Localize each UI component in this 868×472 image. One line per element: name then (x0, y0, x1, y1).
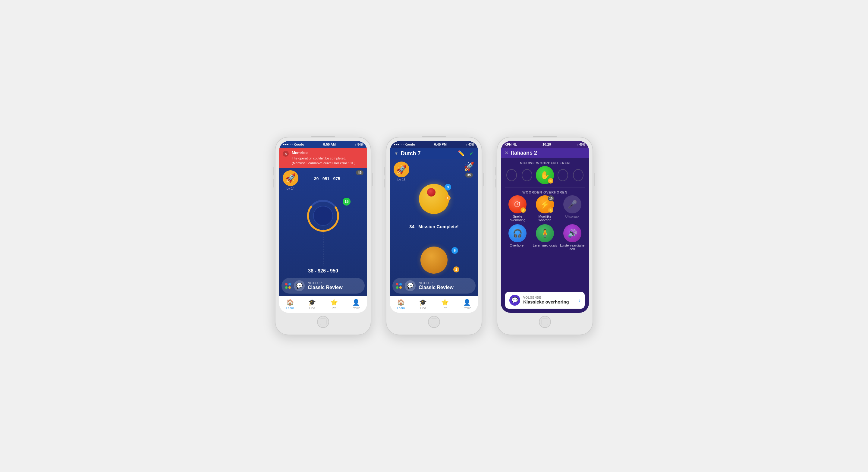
review-icon-1: 💬 (294, 280, 305, 291)
ghost-avatar-1 (506, 169, 517, 181)
map-area-1: 15 38 - 926 - 950 (279, 190, 367, 278)
dot-red-2 (396, 283, 398, 285)
error-message: The operation couldn't be completed. (Me… (292, 156, 364, 165)
dot-green-2 (396, 286, 398, 289)
next-up-title-1: Classic Review (308, 285, 361, 290)
lv-badge: 🚀 Lv 14 (283, 170, 299, 190)
power-2[interactable] (483, 173, 484, 186)
leren-met-locals-button[interactable]: 🧍 (536, 224, 554, 242)
home-button-3[interactable] (539, 316, 551, 328)
bottom-nav-1: 🏠 Learn 🎓 Find ⭐ Pro 👤 Profile (279, 296, 367, 313)
snelle-overhoring-button[interactable]: ⏱ ⭐ (508, 195, 527, 213)
ghost-avatar-2 (522, 169, 532, 181)
planet-orange-big (421, 247, 447, 274)
uitspraak-button[interactable]: 🎤 (563, 195, 581, 213)
profile-icon-1: 👤 (352, 299, 360, 306)
star-badge-moeilijke: ⭐ (548, 208, 553, 213)
nav-find-1[interactable]: 🎓 Find (303, 299, 321, 310)
progress-dot: 15 (343, 198, 350, 206)
vol-down-2[interactable] (384, 179, 385, 187)
overhoren-label: Overhoren (510, 244, 525, 247)
dot-blue-2 (399, 283, 402, 285)
level-text-2: Lv 13 (398, 178, 406, 182)
overhoren-button[interactable]: 🎧 (508, 224, 527, 242)
avatar-2: 🚀 (394, 162, 409, 177)
profile-icon-2: 👤 (463, 299, 471, 306)
volgende-label: VOLGENDE (523, 296, 576, 299)
nav-learn-1[interactable]: 🏠 Learn (281, 299, 299, 310)
chevron-down-icon[interactable]: ▼ (394, 151, 398, 156)
nav-learn-2[interactable]: 🏠 Learn (392, 299, 410, 310)
vol-up-3[interactable] (495, 167, 496, 176)
check-icon[interactable]: ✓ (469, 150, 474, 157)
planet-system: 3 1 34 - Mission Complete! 6 2 (390, 182, 478, 278)
volume-down-button[interactable] (273, 179, 274, 187)
next-up-bar-2[interactable]: 💬 NEXT UP Classic Review (393, 278, 475, 293)
phone-1-screen: ●●●○○ Koodo 8:55 AM ↑ 84% ✕ Memrise The … (279, 141, 367, 313)
phone2-main: 🚀 Lv 13 🚀 35 3 (390, 159, 478, 296)
nieuwe-row: ✋ ⭐ (505, 166, 585, 184)
next-up-bar-1[interactable]: 💬 NEXT UP Classic Review (281, 278, 365, 293)
snelle-label: Snelle overhoring (505, 215, 530, 222)
dot-green (285, 286, 287, 289)
power-3[interactable] (594, 173, 595, 186)
nav-pro-label-1: Pro (332, 307, 337, 310)
nav-profile-1[interactable]: 👤 Profile (347, 299, 365, 310)
home-icon-1: 🏠 (286, 299, 294, 306)
edit-icon[interactable]: ✏️ (458, 150, 464, 157)
phone-speaker (311, 136, 335, 137)
carrier-1: ●●●○○ Koodo (283, 143, 304, 146)
time-2: 6:45 PM (434, 143, 447, 146)
nav-find-label-2: Find (420, 307, 426, 310)
phone-2-screen: ●●●○○ Koodo 6:45 PM ↑ 43% ▼ Dutch 7 ✏️ ✓… (390, 141, 478, 313)
volgende-bar[interactable]: 💬 VOLGENDE Klassieke overhoring › (505, 292, 585, 309)
badge-6: 6 (452, 247, 458, 254)
time-1: 8:55 AM (323, 143, 336, 146)
badge-1: 1 (444, 195, 451, 201)
find-icon-1: 🎓 (308, 299, 316, 306)
mission-complete: 34 - Mission Complete! (409, 224, 458, 229)
lang-title: Italiaans 2 (511, 150, 585, 156)
arrow-icon-2: ↑ (466, 143, 467, 146)
phone-3-screen: KPN NL 10:29 ↑ 45% ✕ Italiaans 2 NIEUWE … (501, 141, 589, 313)
bottom-nav-2: 🏠 Learn 🎓 Find ⭐ Pro 👤 Profile (390, 296, 478, 313)
section-overhoren: WOORDEN OVERHOREN ⏱ ⭐ Snelle overhoring (505, 190, 585, 251)
section-nieuwe: NIEUWE WOORDEN LEREN ✋ ⭐ (505, 161, 585, 184)
volume-up-button[interactable] (273, 167, 274, 176)
nieuwe-woorden-button[interactable]: ✋ ⭐ (536, 166, 554, 184)
arrow-icon: ↑ (355, 143, 356, 146)
status-bar-3: KPN NL 10:29 ↑ 45% (501, 141, 589, 148)
time-3: 10:29 (542, 143, 551, 146)
nav-pro-2[interactable]: ⭐ Pro (436, 299, 454, 310)
btn-group-green: ✋ ⭐ (536, 166, 554, 184)
level-text: Lv 14 (287, 187, 295, 190)
dots-icon-1 (285, 283, 291, 289)
next-up-title-2: Classic Review (418, 285, 472, 290)
power-button[interactable] (372, 173, 373, 186)
error-close-icon[interactable]: ✕ (283, 151, 289, 157)
luister-button[interactable]: 🔊 (563, 224, 581, 242)
vol-down-3[interactable] (495, 179, 496, 187)
phone3-body: NIEUWE WOORDEN LEREN ✋ ⭐ (501, 158, 589, 313)
scene: ●●●○○ Koodo 8:55 AM ↑ 84% ✕ Memrise The … (263, 125, 605, 347)
star-badge-nieuwe: ⭐ (548, 178, 553, 184)
status-icons-1: ↑ 84% (355, 143, 364, 146)
nav-profile-2[interactable]: 👤 Profile (458, 299, 476, 310)
btn-group-moeilijke: ⚡ 15 ⭐ Moeilijke woorden (532, 195, 558, 222)
nav-find-2[interactable]: 🎓 Find (414, 299, 432, 310)
phone-1: ●●●○○ Koodo 8:55 AM ↑ 84% ✕ Memrise The … (275, 137, 371, 335)
next-up-label-2: NEXT UP (418, 282, 472, 285)
nav-pro-label-2: Pro (443, 307, 447, 310)
carrier-2: ●●●○○ Koodo (394, 143, 415, 146)
error-title: Memrise (292, 150, 364, 156)
home-button-2[interactable] (428, 316, 440, 328)
home-button-1[interactable] (317, 316, 329, 328)
close-icon[interactable]: ✕ (504, 150, 508, 156)
vol-up-2[interactable] (384, 167, 385, 176)
chevron-right-icon: › (579, 297, 581, 304)
avatar-1: 🚀 (283, 170, 299, 186)
moeilijke-woorden-button[interactable]: ⚡ 15 ⭐ (536, 195, 554, 213)
level-area-2: 🚀 Lv 13 🚀 35 (390, 159, 478, 182)
lv-badge-2: 🚀 Lv 13 (394, 162, 409, 182)
nav-pro-1[interactable]: ⭐ Pro (325, 299, 343, 310)
